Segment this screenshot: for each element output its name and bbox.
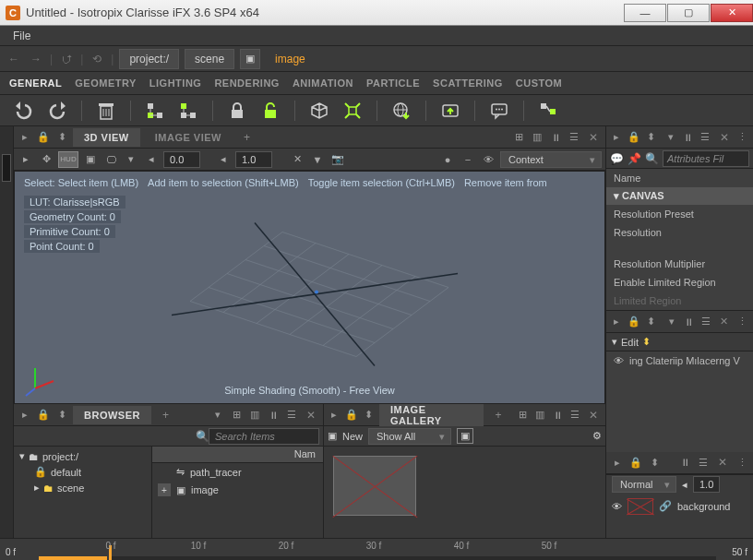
expand-icon[interactable] [340,98,365,124]
layout-pause-icon[interactable]: ⏸ [548,130,563,145]
tree-scene[interactable]: ▸ 🖿 scene [16,480,149,495]
import-icon[interactable] [437,98,463,124]
vt-monitor-icon[interactable]: 🖵 [102,151,119,168]
lock-icon[interactable]: 🔒 [36,130,51,145]
pin-icon[interactable]: 📌 [628,152,641,165]
link-icon[interactable]: ⬍ [647,455,662,470]
lock-icon[interactable]: 🔒 [628,315,641,329]
menu-icon[interactable]: ⋮ [735,315,749,329]
panel-close-icon[interactable]: ✕ [585,131,602,144]
nodes-icon[interactable] [535,98,561,124]
crumb-project[interactable]: project:/ [119,49,179,69]
layout-col-icon[interactable]: ▥ [530,130,544,145]
collapse-icon[interactable]: ▸ [328,408,341,423]
tab-general[interactable]: GENERAL [9,77,62,89]
layout-col-icon[interactable]: ▥ [247,408,262,423]
trash-icon[interactable] [93,98,119,124]
link-icon[interactable]: 🔗 [659,500,672,512]
lock-icon[interactable]: 🔒 [345,408,359,423]
vt-move-icon[interactable]: ✥ [38,151,54,168]
browser-tree[interactable]: ▾ 🖿 project:/ 🔒 default ▸ 🖿 scene [14,447,152,538]
redo-icon[interactable] [44,98,70,124]
link-icon[interactable]: ⬍ [54,130,69,145]
link-icon[interactable]: ⬍ [54,408,69,423]
collapse-icon[interactable]: ▸ [18,408,32,423]
link-icon[interactable]: ⬍ [644,130,657,145]
add-button[interactable]: + [158,483,171,496]
close-button[interactable]: ✕ [711,4,753,22]
attr-search-input[interactable]: Attributes Fil [663,150,749,167]
lock-closed-icon[interactable] [224,98,250,124]
lock-open-icon[interactable] [257,98,283,124]
zoom-field[interactable]: 1.0 [235,151,272,168]
vt-toggle-icon[interactable]: ▸ [18,151,34,168]
collapse-icon[interactable]: ▸ [610,130,623,145]
layout-dd-icon[interactable]: ▾ [665,315,679,329]
layout-stack-icon[interactable]: ☰ [696,455,711,470]
panel-close-icon[interactable]: ✕ [585,409,602,422]
nav-refresh-icon[interactable]: ⟲ [89,51,105,67]
attr-res-mult[interactable]: Resolution Multiplier [606,255,753,273]
panel-close-icon[interactable]: ✕ [716,316,732,328]
thumb-icon[interactable]: ▣ [457,428,473,444]
layout-col-icon[interactable]: ▥ [533,408,547,423]
vt-frame-icon[interactable]: ▣ [82,151,99,168]
group-a-icon[interactable] [142,98,168,124]
eye-icon[interactable]: 👁 [614,355,624,366]
vt-sphere-icon[interactable]: ● [439,151,456,168]
layout-pause-icon[interactable]: ⏸ [551,408,565,423]
layout-dd-icon[interactable]: ▾ [664,130,677,145]
attr-res-preset[interactable]: Resolution Preset [606,205,753,223]
group-b-icon[interactable] [175,98,201,124]
section-canvas[interactable]: CANVAS [606,187,753,205]
crumb-image-icon[interactable]: ▣ [240,49,260,69]
chat-icon[interactable]: 💬 [610,152,624,165]
tab-custom[interactable]: CUSTOM [516,77,562,89]
tab-particle[interactable]: PARTICLE [366,77,420,89]
layout-grid-icon[interactable]: ⊞ [516,408,530,423]
add-tab-button[interactable]: + [155,405,176,425]
layout-grid-icon[interactable]: ⊞ [511,130,526,145]
timeline[interactable]: 0 f 0 f 10 f 20 f 30 f 40 f 50 f 50 f [0,538,753,560]
lock-icon[interactable]: 🔒 [36,408,51,423]
chevron-down-icon[interactable]: ▾ [612,336,617,348]
list-header-name[interactable]: Nam [152,447,323,463]
layout-grid-icon[interactable]: ⊞ [229,408,244,423]
layout-stack-icon[interactable]: ☰ [699,130,711,145]
blend-mode-dropdown[interactable]: Normal [612,476,676,493]
layer-row[interactable]: 👁 🔗 background [606,494,753,518]
collapse-icon[interactable]: ▸ [610,455,625,470]
vt-eye-icon[interactable]: 👁 [480,151,496,168]
layout-pause-icon[interactable]: ⏸ [682,315,696,329]
panel-close-icon[interactable]: ✕ [714,456,731,469]
vt-camera-icon[interactable]: 📷 [329,151,346,168]
chat-icon[interactable] [486,98,512,124]
minimize-button[interactable]: — [624,4,666,22]
nav-up-icon[interactable]: ⮍ [58,51,75,67]
tab-animation[interactable]: ANIMATION [293,77,353,89]
panel-close-icon[interactable]: ✕ [716,131,733,144]
gallery-filter-dropdown[interactable]: Show All [368,428,451,445]
tab-geometry[interactable]: GEOMETRY [75,77,137,89]
tab-browser[interactable]: BROWSER [73,406,151,424]
vt-dropdown-icon[interactable]: ▾ [123,151,139,168]
gallery-body[interactable] [324,447,605,538]
menu-icon[interactable]: ⋮ [735,455,749,470]
gear-icon[interactable]: ⚙ [592,430,602,442]
vt-hud-icon[interactable]: HUD [58,151,78,168]
eye-icon[interactable]: 👁 [612,501,622,512]
edit-icon[interactable]: ⬍ [642,336,651,348]
new-button[interactable]: New [342,431,363,442]
vt-minus-icon[interactable]: − [460,151,476,168]
link-icon[interactable]: ⬍ [644,315,658,329]
list-item[interactable]: ⇋ path_tracer [152,463,323,481]
attr-enable-region[interactable]: Enable Limited Region [606,273,753,292]
lock-icon[interactable]: 🔒 [627,130,639,145]
pos-field[interactable]: 0.0 [163,151,200,168]
snapshot-icon[interactable]: ▣ [328,430,337,442]
vt-prev2-icon[interactable]: ◂ [215,151,232,168]
layout-stack-icon[interactable]: ☰ [284,408,299,423]
nav-back-icon[interactable]: ← [6,51,22,67]
link-icon[interactable]: ⬍ [362,408,376,423]
nav-fwd-icon[interactable]: → [28,51,44,67]
